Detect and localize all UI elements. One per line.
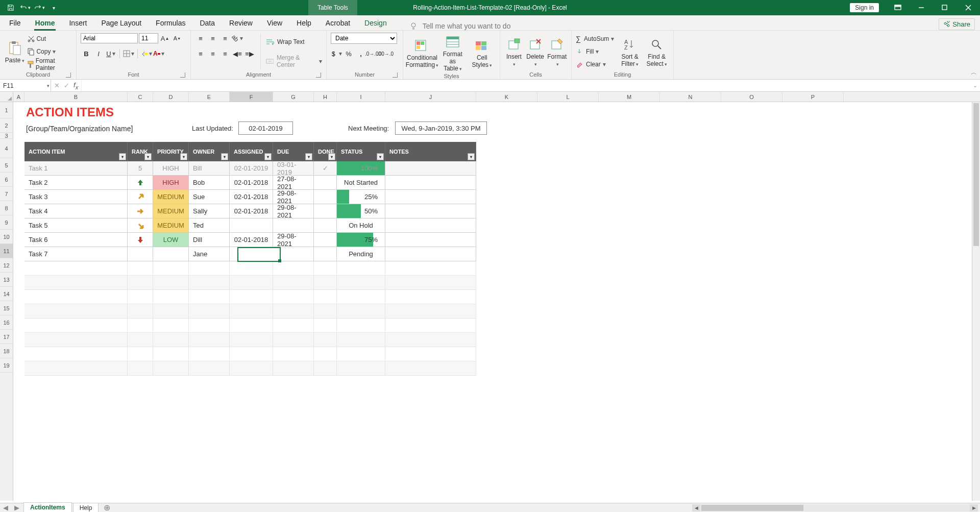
table-cell[interactable] <box>385 161 476 175</box>
table-cell[interactable] <box>153 261 189 276</box>
table-cell[interactable]: On Hold <box>337 218 385 232</box>
column-header[interactable]: J <box>385 92 476 102</box>
name-box[interactable]: F11▾ <box>0 80 51 91</box>
tab-file[interactable]: File <box>2 16 28 30</box>
table-cell[interactable] <box>189 276 230 290</box>
table-cell[interactable] <box>337 261 385 276</box>
column-header[interactable]: M <box>599 92 660 102</box>
table-cell[interactable]: 27-08-2021 <box>273 176 314 189</box>
percent-button[interactable]: % <box>343 48 354 59</box>
filter-dropdown-icon[interactable]: ▾ <box>377 153 384 160</box>
table-cell[interactable] <box>273 304 314 319</box>
table-cell[interactable] <box>314 190 337 204</box>
table-cell[interactable] <box>128 333 153 347</box>
table-cell[interactable] <box>273 347 314 361</box>
table-cell[interactable] <box>385 204 476 218</box>
table-row[interactable] <box>24 261 476 276</box>
save-icon[interactable] <box>4 2 17 14</box>
new-sheet-button[interactable]: ⊕ <box>101 503 113 512</box>
number-dialog-launcher-icon[interactable] <box>393 72 398 78</box>
table-row[interactable]: Task 2HIGHBob02-01-201827-08-2021Not Sta… <box>24 176 476 190</box>
column-header[interactable]: D <box>153 92 189 102</box>
table-cell[interactable] <box>128 319 153 333</box>
table-cell[interactable]: Sally <box>189 204 230 218</box>
share-button[interactable]: Share <box>939 18 975 30</box>
qat-customize-icon[interactable]: ▾ <box>47 2 60 14</box>
font-color-button[interactable]: A▾ <box>153 48 164 59</box>
table-cell[interactable]: Task 6 <box>24 233 128 247</box>
table-cell[interactable]: Not Started <box>337 176 385 189</box>
font-name-input[interactable] <box>81 33 138 43</box>
table-cell[interactable] <box>230 276 273 290</box>
row-header[interactable]: 5 <box>0 158 13 173</box>
table-cell[interactable] <box>24 276 128 290</box>
row-header[interactable]: 14 <box>0 287 13 301</box>
table-cell[interactable] <box>337 276 385 290</box>
table-cell[interactable] <box>230 304 273 319</box>
tab-view[interactable]: View <box>260 16 289 30</box>
table-cell[interactable] <box>273 218 314 232</box>
format-cells-button[interactable]: Format▾ <box>547 33 567 70</box>
table-cell[interactable] <box>385 290 476 304</box>
table-cell[interactable] <box>337 290 385 304</box>
table-cell[interactable] <box>385 361 476 376</box>
table-cell[interactable] <box>230 319 273 333</box>
table-header[interactable]: DUE▾ <box>273 142 314 161</box>
table-cell[interactable]: 5 <box>128 161 153 175</box>
row-header[interactable]: 11 <box>0 244 13 258</box>
table-cell[interactable] <box>273 361 314 376</box>
table-cell[interactable] <box>230 261 273 276</box>
row-header[interactable]: 15 <box>0 301 13 315</box>
table-cell[interactable] <box>314 276 337 290</box>
table-cell[interactable]: Task 1 <box>24 161 128 175</box>
table-cell[interactable]: HIGH <box>153 161 189 175</box>
table-header[interactable]: RANK▾ <box>128 142 153 161</box>
scroll-left-icon[interactable]: ◀ <box>692 504 700 511</box>
table-cell[interactable] <box>24 347 128 361</box>
table-row[interactable] <box>24 319 476 333</box>
row-header[interactable]: 7 <box>0 187 13 201</box>
next-meeting-value[interactable]: Wed, 9-Jan-2019, 3:30 PM <box>395 121 487 135</box>
align-right-button[interactable]: ≡ <box>219 48 231 59</box>
table-cell[interactable]: MEDIUM <box>153 190 189 204</box>
filter-dropdown-icon[interactable]: ▾ <box>180 153 187 160</box>
cancel-formula-icon[interactable]: ✕ <box>54 82 60 89</box>
insert-cells-button[interactable]: Insert▾ <box>504 33 524 70</box>
table-cell[interactable] <box>189 319 230 333</box>
table-cell[interactable]: Task 7 <box>24 247 128 261</box>
enter-formula-icon[interactable]: ✓ <box>64 82 69 89</box>
table-cell[interactable] <box>128 361 153 376</box>
table-cell[interactable]: HIGH <box>153 176 189 189</box>
table-cell[interactable]: Task 4 <box>24 204 128 218</box>
fill-color-button[interactable]: ▾ <box>141 48 152 59</box>
close-icon[interactable] <box>957 0 980 15</box>
ribbon-display-options-icon[interactable] <box>886 0 910 15</box>
sheet-nav-prev-icon[interactable]: ◀ <box>0 504 11 511</box>
table-cell[interactable]: Jane <box>189 247 230 261</box>
table-cell[interactable]: 25% <box>337 190 385 204</box>
table-row[interactable]: Task 6LOWDill02-01-201829-08-202175% <box>24 233 476 247</box>
column-header[interactable]: C <box>128 92 153 102</box>
wrap-text-button[interactable]: Wrap Text <box>266 36 322 47</box>
redo-icon[interactable]: ▾ <box>33 2 46 14</box>
accounting-format-button[interactable]: $▾ <box>331 48 342 59</box>
table-row[interactable] <box>24 333 476 347</box>
table-row[interactable] <box>24 347 476 361</box>
table-cell[interactable] <box>314 233 337 247</box>
column-header[interactable]: G <box>273 92 314 102</box>
table-cell[interactable] <box>153 276 189 290</box>
table-cell[interactable] <box>24 261 128 276</box>
table-row[interactable] <box>24 290 476 304</box>
decrease-font-size-button[interactable]: A▼ <box>172 33 183 44</box>
table-cell[interactable] <box>314 319 337 333</box>
table-cell[interactable] <box>337 319 385 333</box>
filter-dropdown-icon[interactable]: ▾ <box>119 153 126 160</box>
table-cell[interactable] <box>128 190 153 204</box>
table-cell[interactable] <box>314 304 337 319</box>
table-cell[interactable] <box>385 261 476 276</box>
row-header[interactable]: 10 <box>0 230 13 244</box>
table-header[interactable]: ACTION ITEM▾ <box>24 142 128 161</box>
align-center-button[interactable]: ≡ <box>207 48 218 59</box>
table-cell[interactable]: 02-01-2018 <box>230 204 273 218</box>
table-cell[interactable] <box>314 247 337 261</box>
